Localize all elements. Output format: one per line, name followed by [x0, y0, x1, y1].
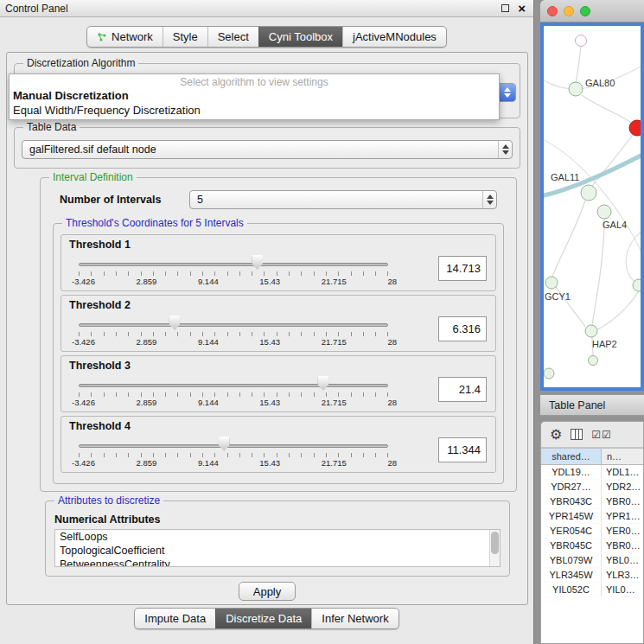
table-row[interactable]: YLR345WYLR3… — [541, 568, 643, 583]
network-node[interactable] — [585, 325, 597, 337]
network-node[interactable] — [576, 35, 587, 47]
table-cell[interactable]: YBR043C — [541, 494, 602, 508]
network-node[interactable] — [589, 356, 598, 366]
table-cell[interactable]: YBR0… — [602, 539, 643, 552]
apply-button[interactable]: Apply — [239, 582, 296, 601]
table-cell[interactable]: YLR345W — [541, 568, 602, 582]
tab-jactivemnodules[interactable]: jActiveMNodules — [342, 27, 446, 47]
minimize-traffic-light[interactable] — [564, 6, 574, 16]
network-node[interactable] — [545, 277, 558, 289]
table-cell[interactable]: YDR2… — [602, 480, 643, 494]
gear-icon[interactable]: ⚙ — [550, 426, 562, 443]
float-window-icon[interactable] — [501, 4, 509, 12]
select-columns-icon[interactable]: ☑☑ — [591, 429, 612, 441]
algorithm-dropdown-popup: Select algorithm to view settings Manual… — [9, 73, 500, 120]
popup-item-equal-width-frequency[interactable]: Equal Width/Frequency Discretization — [10, 103, 499, 118]
network-node[interactable] — [569, 82, 583, 96]
table-row[interactable]: YIL052CYIL0… — [541, 583, 643, 597]
list-item[interactable]: SelfLoops — [55, 530, 500, 544]
table-cell[interactable]: YDR27… — [541, 480, 602, 494]
threshold-2-value-field[interactable]: 6.316 — [438, 316, 487, 341]
table-row[interactable]: YER054CYER0… — [541, 524, 643, 539]
threshold-4-slider[interactable]: -3.426 2.859 9.144 15.43 21.715 28 — [79, 436, 388, 469]
list-scrollbar[interactable] — [489, 530, 500, 566]
tab-cyni-toolbox[interactable]: Cyni Toolbox — [258, 27, 342, 47]
threshold-2-slider[interactable]: -3.426 2.859 9.144 15.43 21.715 28 — [79, 315, 388, 348]
table-cell[interactable]: YPR145W — [541, 509, 602, 523]
table-cell[interactable]: YBR0… — [602, 494, 643, 508]
tab-impute-data[interactable]: Impute Data — [135, 609, 215, 628]
slider-track[interactable] — [79, 384, 388, 387]
network-edge[interactable] — [592, 219, 604, 325]
columns-icon[interactable] — [571, 429, 583, 440]
slider-track[interactable] — [79, 263, 388, 266]
network-node[interactable] — [597, 205, 611, 219]
table-cell[interactable]: YPR1… — [602, 509, 643, 523]
table-row[interactable]: YBR043CYBR0… — [541, 494, 643, 509]
list-item[interactable]: TopologicalCoefficient — [55, 544, 500, 558]
tab-discretize-data[interactable]: Discretize Data — [215, 609, 311, 628]
zoom-traffic-light[interactable] — [580, 6, 590, 16]
network-node[interactable] — [581, 185, 596, 201]
slider-thumb[interactable] — [219, 437, 230, 451]
table-cell[interactable]: YBR045C — [541, 539, 602, 552]
table-row[interactable]: YBR045CYBR0… — [541, 539, 643, 553]
table-cell[interactable]: YDL1… — [602, 465, 643, 479]
list-item[interactable]: BetweennessCentrality — [55, 558, 500, 567]
threshold-1-slider[interactable]: -3.426 2.859 9.144 15.43 21.715 28 — [79, 254, 388, 287]
network-node[interactable] — [629, 120, 641, 136]
combo-arrows-icon[interactable] — [498, 141, 512, 158]
tab-style[interactable]: Style — [163, 27, 207, 47]
close-traffic-light[interactable] — [547, 6, 558, 16]
network-canvas[interactable]: GAL80GAL11GAL4GCY1HAP2 — [540, 22, 644, 391]
tab-infer-network[interactable]: Infer Network — [311, 609, 398, 628]
table-row[interactable]: YDR27…YDR2… — [541, 480, 643, 494]
slider-track[interactable] — [79, 323, 388, 327]
network-edge[interactable] — [576, 47, 581, 82]
node-table-body: YDL19…YDL1…YDR27…YDR2…YBR043CYBR0…YPR145… — [541, 465, 643, 644]
table-row[interactable]: YPR145WYPR1… — [541, 509, 643, 524]
network-edge[interactable] — [582, 95, 632, 124]
table-cell[interactable]: YER054C — [541, 524, 602, 538]
slider-track[interactable] — [79, 444, 388, 448]
popup-item-manual-discretization[interactable]: Manual Discretization — [10, 88, 499, 103]
close-icon[interactable]: × — [518, 1, 526, 16]
number-of-intervals-label: Number of Intervals — [60, 194, 161, 206]
slider-thumb[interactable] — [317, 376, 328, 391]
table-row[interactable]: YBL079WYBL0… — [541, 553, 643, 568]
column-header-shared-name[interactable]: shared… — [541, 449, 602, 464]
combo-stepper-icon[interactable] — [500, 84, 515, 101]
number-of-intervals-combobox[interactable]: 5 — [189, 190, 497, 209]
tab-network[interactable]: Network — [87, 27, 163, 47]
tab-select[interactable]: Select — [207, 27, 258, 47]
slider-tick-labels: -3.426 2.859 9.144 15.43 21.715 28 — [72, 398, 397, 407]
table-cell[interactable]: YIL0… — [602, 583, 643, 596]
network-edge[interactable] — [552, 201, 585, 277]
tab-cyni-toolbox-label: Cyni Toolbox — [269, 30, 333, 43]
network-node[interactable] — [633, 279, 641, 291]
table-data-combobox[interactable]: galFiltered.sif default node — [22, 140, 513, 159]
table-cell[interactable]: YBL079W — [541, 553, 602, 567]
table-cell[interactable]: YER0… — [602, 524, 643, 538]
tick-label: -3.426 — [72, 277, 95, 286]
network-node[interactable] — [544, 368, 554, 379]
table-panel-header[interactable]: Table Panel — [540, 394, 644, 416]
table-cell[interactable]: YLR3… — [602, 568, 643, 582]
threshold-4-value-field[interactable]: 11.344 — [438, 437, 487, 462]
threshold-1-value-field[interactable]: 14.713 — [438, 256, 487, 281]
table-cell[interactable]: YIL052C — [541, 583, 602, 596]
table-row[interactable]: YDL19…YDL1… — [541, 465, 643, 480]
network-edge[interactable] — [597, 291, 639, 329]
tick-label: 28 — [387, 337, 397, 347]
column-header-name[interactable]: n… — [602, 449, 643, 464]
slider-thumb[interactable] — [169, 316, 180, 330]
tick-label: 21.715 — [322, 337, 347, 347]
table-cell[interactable]: YDL19… — [541, 465, 602, 479]
combo-arrows-icon[interactable] — [482, 191, 496, 208]
table-cell[interactable]: YBL0… — [602, 553, 643, 567]
network-node-label: HAP2 — [592, 339, 617, 349]
threshold-3-value-field[interactable]: 21.4 — [438, 377, 487, 402]
threshold-3-slider[interactable]: -3.426 2.859 9.144 15.43 21.715 28 — [79, 375, 388, 408]
tab-select-label: Select — [218, 30, 249, 43]
slider-thumb[interactable] — [252, 255, 263, 270]
